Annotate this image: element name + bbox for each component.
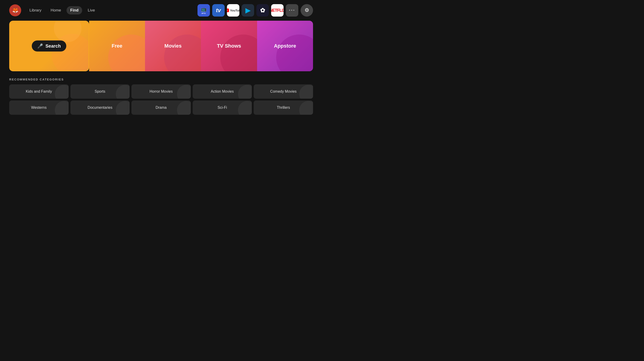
tv-text: tv xyxy=(216,7,221,13)
category-item[interactable]: Action Movies xyxy=(193,84,252,99)
movies-label: Movies xyxy=(164,43,182,49)
category-item[interactable]: Comedy Movies xyxy=(254,84,313,99)
app-icon-netflix[interactable]: NETFLIX xyxy=(271,4,284,16)
category-item[interactable]: Kids and Family xyxy=(9,84,68,99)
category-item[interactable]: Westerns xyxy=(9,100,68,115)
categories-grid: Kids and FamilySportsHorror MoviesAction… xyxy=(9,84,313,115)
youtube-label: YouTube xyxy=(230,9,239,12)
tiles-row: 🎤 Search Free Movies TV Shows Appstore xyxy=(9,21,313,71)
mic-icon: 🎤 xyxy=(37,43,43,49)
search-label: Search xyxy=(45,43,61,49)
tvshows-label: TV Shows xyxy=(217,43,241,49)
category-item[interactable]: Sports xyxy=(70,84,130,99)
app-icon-iptv[interactable]: 📺 IPTV xyxy=(198,4,210,16)
tile-free[interactable]: Free xyxy=(89,21,145,71)
appstore-label: Appstore xyxy=(274,43,296,49)
more-icon: ··· xyxy=(289,7,295,13)
nav-items: Library Home Find Live xyxy=(26,6,98,14)
netflix-label: NETFLIX xyxy=(271,8,284,13)
nav-live[interactable]: Live xyxy=(84,6,98,14)
nav-library[interactable]: Library xyxy=(26,6,45,14)
app-icon-more[interactable]: ··· xyxy=(286,4,298,16)
category-item[interactable]: Thrillers xyxy=(254,100,313,115)
app-icon-peacock[interactable]: ✿ xyxy=(256,4,269,16)
app-icon-youtube[interactable]: YouTube xyxy=(227,4,239,16)
free-label: Free xyxy=(112,43,122,49)
category-item[interactable]: Horror Movies xyxy=(132,84,191,99)
categories-section: RECOMMENDED CATEGORIES Kids and FamilySp… xyxy=(0,78,322,115)
gear-icon: ⚙ xyxy=(304,7,309,13)
category-item[interactable]: Drama xyxy=(132,100,191,115)
search-button[interactable]: 🎤 Search xyxy=(32,40,66,51)
tile-appstore[interactable]: Appstore xyxy=(257,21,313,71)
categories-title: RECOMMENDED CATEGORIES xyxy=(9,78,313,81)
header: 🦊 Library Home Find Live 📺 IPTV tv YouTu xyxy=(0,0,322,21)
main-tiles-area: 🎤 Search Free Movies TV Shows Appstore xyxy=(0,21,322,71)
youtube-icon xyxy=(227,8,229,12)
app-icon-tv[interactable]: tv xyxy=(212,4,225,16)
nav-home[interactable]: Home xyxy=(47,6,65,14)
prime-icon: ▶ xyxy=(245,7,250,14)
tile-tvshows[interactable]: TV Shows xyxy=(201,21,257,71)
app-icon-settings[interactable]: ⚙ xyxy=(300,4,313,16)
app-icon-prime[interactable]: ▶ xyxy=(242,4,254,16)
category-item[interactable]: Documentaries xyxy=(70,100,130,115)
tile-movies[interactable]: Movies xyxy=(145,21,201,71)
nav-find[interactable]: Find xyxy=(66,6,82,14)
avatar[interactable]: 🦊 xyxy=(9,4,21,16)
tile-search[interactable]: 🎤 Search xyxy=(9,21,89,71)
category-item[interactable]: Sci-Fi xyxy=(193,100,252,115)
app-icons-bar: 📺 IPTV tv YouTube ▶ ✿ N xyxy=(198,4,313,16)
peacock-icon: ✿ xyxy=(260,7,265,14)
